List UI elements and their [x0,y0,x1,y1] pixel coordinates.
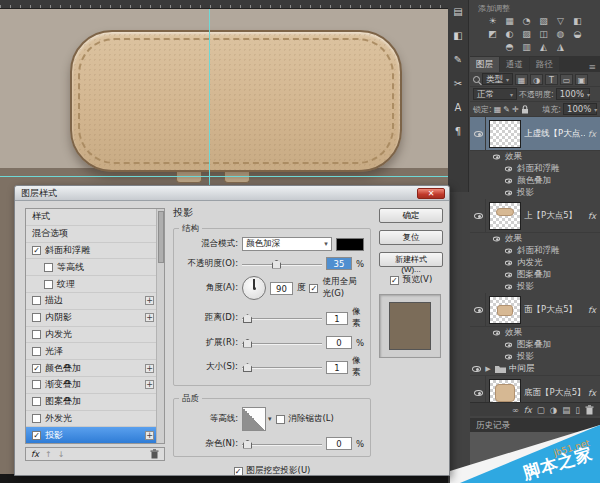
checkbox[interactable] [32,397,41,406]
visibility-cell[interactable] [472,376,486,402]
move-down-icon[interactable]: ↓ [58,450,65,459]
tab-layers[interactable]: 图层 [470,57,499,72]
style-item-pattern-overlay[interactable]: 图案叠加 [26,394,158,411]
layer-row-bottom[interactable]: 底面【P大点5】 fx [470,376,600,402]
layer-thumbnail[interactable] [489,296,521,324]
new-adjustment-icon[interactable]: ◑ [550,404,557,416]
layer-group-row[interactable]: ▶ 中间层 [470,363,600,376]
effects-header-row[interactable]: 效果 [470,233,600,245]
checkbox[interactable]: ✓ [32,246,41,255]
checkbox[interactable] [32,313,41,322]
add-mask-icon[interactable]: ▢ [537,404,545,416]
brush-panel-icon[interactable]: ✎ [451,52,466,67]
triangle-collapsed-icon[interactable]: ▶ [484,365,492,373]
checkbox[interactable] [32,347,41,356]
noise-slider[interactable] [242,439,322,449]
filter-shape-icon[interactable]: ▭ [560,74,573,85]
style-item-inner-glow[interactable]: 内发光 [26,327,158,344]
eye-icon[interactable] [505,273,512,278]
color-balance-icon[interactable]: ◩ [484,28,501,41]
layer-row-face[interactable]: 面【P大点5】 fx [470,293,600,327]
angle-dial[interactable] [242,276,266,300]
channel-mixer-icon[interactable]: ◫ [535,28,552,41]
eye-icon[interactable] [505,249,512,254]
fx-menu-icon[interactable]: fx [31,449,39,459]
size-slider[interactable] [242,362,322,372]
blend-mode-dropdown[interactable]: 正常 ▾ [473,88,517,100]
checkbox[interactable] [32,414,41,423]
add-instance-icon[interactable]: + [145,380,154,389]
posterize-icon[interactable]: ◓ [501,41,518,54]
opacity-input[interactable]: 35 [326,257,352,270]
visibility-cell[interactable] [472,117,486,150]
clone-source-icon[interactable]: ✂ [451,76,466,91]
checkbox[interactable]: ✓ [32,431,41,440]
shadow-color-swatch[interactable] [336,238,364,251]
filter-pixel-icon[interactable]: ▦ [515,74,528,85]
color-lookup-icon[interactable]: ◍ [552,28,569,41]
layer-thumbnail[interactable] [489,379,521,403]
lock-position-icon[interactable]: ✛ [512,105,519,114]
filter-kind-dropdown[interactable]: 类型 ▾ [482,73,513,85]
angle-input[interactable]: 90 [270,282,293,295]
hue-saturation-icon[interactable]: ◧ [569,15,586,28]
layer-thumbnail[interactable] [489,120,521,148]
filter-adjustment-icon[interactable]: ◑ [530,74,543,85]
style-item-outer-glow[interactable]: 外发光 [26,411,158,428]
effect-row[interactable]: 斜面和浮雕 [470,163,600,175]
eye-icon[interactable] [505,167,512,172]
black-white-icon[interactable]: ◐ [501,28,518,41]
effects-header-row[interactable]: 效果 [470,151,600,163]
eye-icon[interactable] [493,155,500,160]
dialog-titlebar[interactable]: 图层样式 ✕ [15,186,449,201]
delete-layer-icon[interactable] [585,405,594,415]
blend-mode-select[interactable]: 颜色加深 ▾ [242,237,332,251]
style-item-texture[interactable]: 纹理 [26,276,158,293]
layer-thumbnail[interactable] [489,202,521,230]
style-item-stroke[interactable]: 描边+ [26,293,158,310]
eye-icon[interactable] [493,331,500,336]
delete-style-icon[interactable] [150,449,159,459]
fx-badge[interactable]: fx [588,305,598,315]
checkbox[interactable]: ✓ [32,364,41,373]
style-item-color-overlay[interactable]: ✓颜色叠加+ [26,360,158,377]
eye-icon[interactable] [505,261,512,266]
effect-row[interactable]: 投影 [470,351,600,363]
checkbox[interactable] [32,296,41,305]
gradient-map-icon[interactable]: ◭ [535,41,552,54]
eye-icon[interactable] [505,191,512,196]
knockout-checkbox[interactable]: ✓ [234,467,243,476]
style-item-gradient-overlay[interactable]: 渐变叠加+ [26,377,158,394]
fill-dropdown[interactable]: 100% ▾ [563,103,597,115]
global-light-checkbox[interactable]: ✓ [309,284,318,293]
distance-slider[interactable] [242,313,322,323]
checkbox[interactable] [32,330,41,339]
spread-input[interactable]: 0 [326,336,352,349]
contour-picker[interactable] [242,407,266,431]
effect-row[interactable]: 投影 [470,187,600,199]
character-panel-icon[interactable]: A [451,100,466,115]
effect-row[interactable]: 斜面和浮雕 [470,245,600,257]
selective-color-icon[interactable]: ◮ [552,41,569,54]
tab-paths[interactable]: 路径 [530,57,559,72]
invert-icon[interactable]: ◒ [569,28,586,41]
spread-slider[interactable] [242,338,322,348]
add-instance-icon[interactable]: + [145,296,154,305]
add-instance-icon[interactable]: + [145,431,154,440]
effect-row[interactable]: 投影 [470,281,600,293]
styles-list-header[interactable]: 样式 [26,209,158,226]
curves-icon[interactable]: ◔ [518,15,535,28]
new-style-button[interactable]: 新建样式(W)... [379,252,443,267]
new-group-icon[interactable]: ▤ [562,404,570,416]
eye-icon[interactable] [505,355,512,360]
add-instance-icon[interactable]: + [145,313,154,322]
fx-badge[interactable]: fx [588,211,598,221]
new-layer-icon[interactable]: ▯ [575,404,580,416]
eye-icon[interactable] [472,366,481,372]
filter-type-icon[interactable]: T [545,74,558,85]
layer-row-dashed-line[interactable]: 上虚线【P大点… fx [470,117,600,151]
scrollbar-thumb[interactable] [158,211,164,263]
eye-icon[interactable] [493,237,500,242]
lock-all-icon[interactable] [521,105,529,114]
threshold-icon[interactable]: ▥ [518,41,535,54]
